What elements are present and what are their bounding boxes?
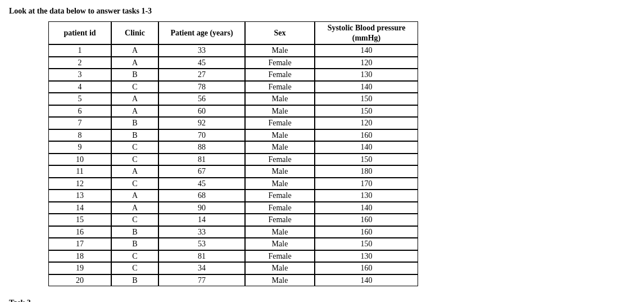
table-cell-sex: Male (245, 129, 315, 142)
table-row: 14A90Female140 (48, 202, 418, 214)
table-cell-clinic: A (111, 202, 158, 214)
table-row: 2A45Female120 (48, 57, 418, 69)
table-cell-bp: 140 (315, 202, 418, 214)
table-cell-sex: Female (245, 69, 315, 81)
table-cell-clinic: B (111, 129, 158, 142)
table-cell-sex: Female (245, 154, 315, 166)
table-cell-clinic: A (111, 57, 158, 69)
column-header-sex: Sex (245, 21, 315, 44)
table-cell-clinic: A (111, 105, 158, 118)
table-row: 16B33Male160 (48, 226, 418, 238)
column-header-bp-line1: Systolic Blood pressure (328, 24, 406, 32)
table-cell-sex: Male (245, 44, 315, 57)
table-cell-sex: Male (245, 141, 315, 154)
table-row: 8B70Male160 (48, 129, 418, 142)
table-cell-bp: 120 (315, 57, 418, 69)
table-cell-clinic: B (111, 69, 158, 81)
table-cell-clinic: A (111, 190, 158, 202)
table-cell-sex: Male (245, 105, 315, 118)
table-cell-bp: 150 (315, 154, 418, 166)
table-cell-age: 68 (158, 190, 245, 202)
table-cell-sex: Female (245, 250, 315, 263)
table-cell-clinic: B (111, 274, 158, 287)
table-cell-id: 7 (48, 117, 111, 129)
table-cell-id: 20 (48, 274, 111, 287)
table-cell-sex: Male (245, 93, 315, 105)
table-cell-sex: Male (245, 238, 315, 250)
table-cell-clinic: C (111, 214, 158, 226)
table-cell-clinic: C (111, 262, 158, 274)
table-cell-clinic: B (111, 238, 158, 250)
table-cell-clinic: C (111, 178, 158, 190)
patient-table-wrapper: patient id Clinic Patient age (years) Se… (48, 21, 635, 286)
table-row: 13A68Female130 (48, 190, 418, 202)
table-row: 20B77Male140 (48, 274, 418, 287)
table-cell-age: 45 (158, 57, 245, 69)
table-cell-bp: 160 (315, 129, 418, 142)
table-cell-age: 78 (158, 81, 245, 93)
table-cell-age: 33 (158, 44, 245, 57)
table-cell-bp: 160 (315, 214, 418, 226)
table-cell-sex: Male (245, 165, 315, 178)
table-cell-sex: Male (245, 178, 315, 190)
table-cell-id: 12 (48, 178, 111, 190)
table-cell-id: 16 (48, 226, 111, 238)
table-cell-bp: 150 (315, 105, 418, 118)
table-cell-age: 81 (158, 154, 245, 166)
table-cell-age: 92 (158, 117, 245, 129)
table-cell-bp: 160 (315, 226, 418, 238)
table-cell-sex: Female (245, 190, 315, 202)
task-heading: Task 3 (9, 299, 635, 302)
table-row: 9C88Male140 (48, 141, 418, 154)
table-cell-bp: 120 (315, 117, 418, 129)
table-cell-id: 10 (48, 154, 111, 166)
table-row: 15C14Female160 (48, 214, 418, 226)
table-cell-sex: Male (245, 274, 315, 287)
table-cell-age: 70 (158, 129, 245, 142)
table-row: 11A67Male180 (48, 165, 418, 178)
table-cell-id: 14 (48, 202, 111, 214)
table-cell-clinic: A (111, 165, 158, 178)
table-cell-sex: Female (245, 81, 315, 93)
table-cell-bp: 140 (315, 44, 418, 57)
column-header-age: Patient age (years) (158, 21, 245, 44)
table-cell-age: 77 (158, 274, 245, 287)
table-cell-id: 15 (48, 214, 111, 226)
table-cell-sex: Female (245, 202, 315, 214)
table-cell-id: 4 (48, 81, 111, 93)
table-cell-sex: Female (245, 117, 315, 129)
table-row: 12C45Male170 (48, 178, 418, 190)
table-row: 1A33Male140 (48, 44, 418, 57)
table-row: 18C81Female130 (48, 250, 418, 263)
table-cell-clinic: C (111, 250, 158, 263)
table-cell-bp: 140 (315, 141, 418, 154)
table-cell-id: 6 (48, 105, 111, 118)
table-row: 7B92Female120 (48, 117, 418, 129)
column-header-bp-line2: (mmHg) (352, 34, 381, 42)
table-cell-age: 45 (158, 178, 245, 190)
table-cell-clinic: A (111, 93, 158, 105)
table-cell-clinic: C (111, 81, 158, 93)
table-cell-id: 11 (48, 165, 111, 178)
table-cell-clinic: C (111, 141, 158, 154)
table-cell-bp: 150 (315, 93, 418, 105)
table-cell-sex: Female (245, 214, 315, 226)
table-cell-age: 60 (158, 105, 245, 118)
table-cell-id: 13 (48, 190, 111, 202)
table-cell-bp: 150 (315, 238, 418, 250)
table-cell-bp: 130 (315, 69, 418, 81)
table-cell-sex: Male (245, 226, 315, 238)
table-cell-id: 17 (48, 238, 111, 250)
table-cell-id: 19 (48, 262, 111, 274)
table-header-row: patient id Clinic Patient age (years) Se… (48, 21, 418, 44)
table-cell-id: 3 (48, 69, 111, 81)
table-cell-age: 88 (158, 141, 245, 154)
table-cell-age: 34 (158, 262, 245, 274)
table-cell-bp: 130 (315, 190, 418, 202)
table-cell-id: 2 (48, 57, 111, 69)
table-cell-age: 14 (158, 214, 245, 226)
patient-table-body: 1A33Male1402A45Female1203B27Female1304C7… (48, 44, 418, 286)
table-cell-bp: 140 (315, 274, 418, 287)
table-row: 10C81Female150 (48, 154, 418, 166)
table-cell-age: 53 (158, 238, 245, 250)
